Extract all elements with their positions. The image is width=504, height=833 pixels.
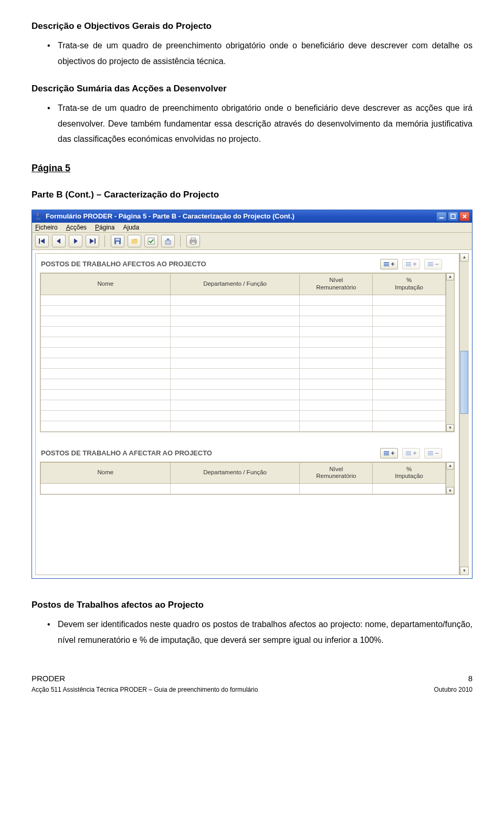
toolbar <box>32 233 472 250</box>
table-row[interactable] <box>41 389 446 400</box>
page-footer: PRODER 8 <box>32 674 472 683</box>
nav-next-button[interactable] <box>69 235 82 247</box>
svg-rect-14 <box>165 241 171 244</box>
footer-left: PRODER <box>32 674 65 683</box>
col-nome: Nome <box>41 462 171 484</box>
menu-ficheiro[interactable]: Ficheiro <box>35 224 58 231</box>
menubar: Ficheiro Acções Página Ajuda <box>32 223 472 233</box>
panel1-insert-row-button[interactable]: + <box>402 259 420 269</box>
print-button[interactable] <box>186 235 200 247</box>
validate-button[interactable] <box>144 235 158 247</box>
table-row[interactable] <box>41 337 446 347</box>
section-heading-3: Postos de Trabalhos afectos ao Projecto <box>32 600 472 610</box>
scroll-down-icon[interactable]: ▼ <box>446 487 454 494</box>
panel1-add-row-button[interactable]: + <box>380 259 398 269</box>
bullet-text-2: Trata-se de um quadro de preenchimento o… <box>47 100 472 147</box>
scroll-thumb[interactable] <box>460 351 468 414</box>
menu-pagina[interactable]: Página <box>95 224 114 231</box>
export-button[interactable] <box>161 235 175 247</box>
table-row[interactable] <box>41 484 446 494</box>
window-scrollbar[interactable]: ▲ ▼ <box>459 253 469 575</box>
table-row[interactable] <box>41 379 446 389</box>
svg-marker-6 <box>57 238 60 244</box>
panel2-scrollbar[interactable]: ▲ ▼ <box>446 462 454 495</box>
open-button[interactable] <box>128 235 141 247</box>
scroll-up-icon[interactable]: ▲ <box>446 273 454 280</box>
scroll-down-icon[interactable]: ▼ <box>446 424 454 432</box>
menu-accoes[interactable]: Acções <box>66 224 87 231</box>
col-pct: %Imputação <box>373 273 446 295</box>
svg-rect-9 <box>94 238 96 244</box>
panel2-label: POSTOS DE TRABALHO A AFECTAR AO PROJECTO <box>41 449 212 457</box>
col-pct: %Imputação <box>373 462 446 484</box>
svg-rect-11 <box>116 238 120 241</box>
scroll-up-icon[interactable]: ▲ <box>446 462 454 470</box>
svg-rect-13 <box>148 238 154 244</box>
close-button[interactable] <box>459 212 470 221</box>
svg-marker-8 <box>90 238 94 244</box>
app-window: Formulário PRODER - Página 5 - Parte B -… <box>32 210 472 579</box>
section-heading-2: Descrição Sumária das Acções a Desenvolv… <box>32 84 472 94</box>
maximize-button[interactable] <box>448 212 458 221</box>
col-dep: Departamento / Função <box>170 462 300 484</box>
toolbar-separator <box>180 235 181 247</box>
table-row[interactable] <box>41 305 446 316</box>
svg-rect-18 <box>191 242 195 244</box>
col-nivel: NívelRemuneratório <box>300 462 373 484</box>
save-button[interactable] <box>111 235 124 247</box>
panel2-add-row-button[interactable]: + <box>380 448 398 459</box>
svg-marker-15 <box>166 238 170 240</box>
nav-prev-button[interactable] <box>52 235 66 247</box>
svg-rect-0 <box>439 217 444 218</box>
java-icon <box>34 212 43 221</box>
bullet-text-3: Devem ser identificados neste quadro os … <box>47 617 472 648</box>
panel2-remove-row-button[interactable]: − <box>424 448 442 459</box>
col-nome: Nome <box>41 273 171 295</box>
titlebar-text: Formulário PRODER - Página 5 - Parte B -… <box>46 212 436 220</box>
table-row[interactable] <box>41 368 446 379</box>
panel1-scrollbar[interactable]: ▲ ▼ <box>446 273 454 432</box>
svg-marker-5 <box>40 238 45 244</box>
table-row[interactable] <box>41 421 446 431</box>
table-row[interactable] <box>41 358 446 368</box>
svg-rect-1 <box>451 214 455 218</box>
table-row[interactable] <box>41 326 446 337</box>
toolbar-separator <box>104 235 106 247</box>
table-row[interactable] <box>41 316 446 326</box>
scroll-down-icon[interactable]: ▼ <box>460 567 469 575</box>
panel1-label: POSTOS DE TRABALHO AFECTOS AO PROJECTO <box>41 260 206 268</box>
col-dep: Departamento / Função <box>170 273 300 295</box>
panel2-insert-row-button[interactable]: + <box>402 448 420 459</box>
minimize-button[interactable] <box>436 212 447 221</box>
panel1-remove-row-button[interactable]: − <box>424 259 442 269</box>
bullet-text-1: Trata-se de um quadro de preenchimento o… <box>47 38 472 69</box>
section-heading-1: Descrição e Objectivos Gerais do Project… <box>32 21 472 32</box>
titlebar: Formulário PRODER - Página 5 - Parte B -… <box>32 210 472 223</box>
table-row[interactable] <box>41 295 446 305</box>
table-row[interactable] <box>41 400 446 410</box>
svg-rect-4 <box>39 238 40 244</box>
scroll-up-icon[interactable]: ▲ <box>460 253 469 262</box>
subheading: Parte B (Cont.) – Caracterização do Proj… <box>32 190 472 200</box>
panel1-table: Nome Departamento / Função NívelRemunera… <box>40 273 455 432</box>
page-heading: Página 5 <box>32 163 472 174</box>
footer-line: Acção 511 Assistência Técnica PRODER – G… <box>32 686 472 693</box>
panel2-table: Nome Departamento / Função NívelRemunera… <box>40 462 455 495</box>
menu-ajuda[interactable]: Ajuda <box>123 224 139 231</box>
footer-page-number: 8 <box>468 674 472 683</box>
svg-rect-12 <box>116 242 119 244</box>
svg-marker-7 <box>74 238 78 244</box>
svg-rect-16 <box>191 238 195 240</box>
table-row[interactable] <box>41 347 446 358</box>
table-row[interactable] <box>41 410 446 421</box>
col-nivel: NívelRemuneratório <box>300 273 373 295</box>
nav-first-button[interactable] <box>35 235 49 247</box>
nav-last-button[interactable] <box>86 235 99 247</box>
